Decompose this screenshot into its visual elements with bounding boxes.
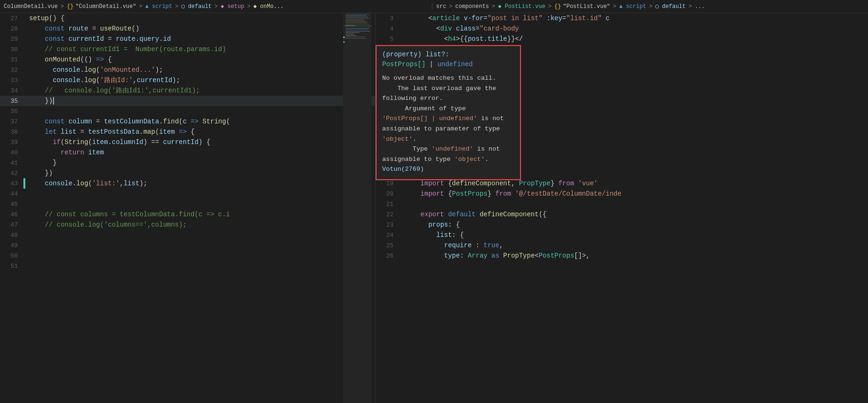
table-row: 38 let list = testPostsData.map(item => …	[0, 127, 375, 137]
svg-rect-3	[346, 18, 370, 19]
table-row: 29 const currentId = route.query.id	[0, 34, 375, 44]
left-code-editor[interactable]: 27 setup() { 28 const route = useRoute()…	[0, 13, 375, 403]
table-row: 22 export default defineComponent({	[376, 209, 868, 220]
table-row: 20 import {PostProps} from '@/testDate/C…	[376, 189, 868, 199]
svg-rect-0	[346, 14, 369, 15]
breadcrumb-bar: ColumnDetail.vue > {} "ColumnDetail.vue"…	[0, 0, 868, 13]
svg-rect-9	[343, 25, 371, 27]
table-row: 48	[0, 230, 375, 240]
table-row: 32 console.log('onMounted...');	[0, 65, 375, 75]
breadcrumb-left: ColumnDetail.vue > {} "ColumnDetail.vue"…	[4, 3, 432, 10]
table-row: 45	[0, 199, 375, 209]
table-row: 31 onMounted(() => {	[0, 54, 375, 65]
tooltip-type: PostProps[]	[382, 61, 425, 68]
svg-rect-13	[346, 32, 360, 33]
table-row: 3 <article v-for="post in list" :key="li…	[376, 13, 868, 23]
table-row: 43 console.log('list:',list);	[0, 178, 375, 189]
tooltip-popup: (property) list?: PostProps[] | undefine…	[376, 45, 521, 180]
table-row: 51	[0, 261, 375, 271]
tooltip-undefined: undefined	[438, 61, 473, 68]
table-row: 25 require : true,	[376, 240, 868, 251]
tooltip-body: No overload matches this call. The last …	[377, 71, 520, 179]
table-row: 5 <h4>{{post.title}}</	[376, 34, 868, 44]
table-row: 33 console.log('路由Id:',currentId);	[0, 75, 375, 85]
svg-rect-1	[346, 15, 367, 16]
table-row: 28 const route = useRoute()	[0, 23, 375, 34]
table-row: 37 const column = testColumnData.find(c …	[0, 116, 375, 127]
table-row: 49	[0, 240, 375, 251]
svg-rect-7	[346, 24, 369, 24]
tooltip-sep: |	[425, 61, 437, 68]
table-row: 47 // console.log('columns==',columns);	[0, 220, 375, 230]
svg-rect-12	[346, 31, 370, 31]
table-row: 24 list: {	[376, 230, 868, 240]
svg-rect-18	[343, 37, 345, 38]
svg-rect-10	[346, 28, 369, 29]
table-row: 27 setup() {	[0, 13, 375, 23]
svg-rect-14	[346, 34, 354, 34]
table-row: 4 <div class="card-body	[376, 23, 868, 34]
table-row: 23 props: {	[376, 220, 868, 230]
bc-file: ColumnDetail.vue	[4, 3, 58, 10]
left-code-lines: 27 setup() { 28 const route = useRoute()…	[0, 13, 375, 271]
svg-rect-5	[346, 21, 366, 22]
svg-rect-6	[346, 23, 367, 23]
table-row: 40 return item	[0, 147, 375, 158]
minimap-svg	[343, 13, 371, 370]
svg-rect-17	[346, 38, 366, 38]
table-row: 39 if(String(item.columnId) == currentId…	[0, 137, 375, 147]
table-row: 21	[376, 199, 868, 209]
table-row: 34 // console.log('路由Id1:',currentId1);	[0, 85, 375, 96]
table-row: 46 // const columns = testColumnData.fin…	[0, 209, 375, 220]
svg-rect-11	[346, 30, 368, 30]
svg-rect-4	[346, 20, 364, 20]
tooltip-property-label: (property) list?:	[382, 51, 449, 58]
svg-rect-2	[346, 17, 368, 17]
left-panel: 27 setup() { 28 const route = useRoute()…	[0, 13, 375, 403]
svg-rect-16	[346, 37, 364, 37]
minimap	[343, 13, 371, 403]
right-panel: (property) list?: PostProps[] | undefine…	[375, 13, 868, 403]
svg-rect-19	[343, 41, 345, 43]
svg-rect-15	[346, 35, 356, 36]
table-row: 44	[0, 189, 375, 199]
breadcrumb-right: src > components > ◆ PostList.vue > {} "…	[432, 3, 864, 10]
table-row: 30 // const currentId1 = Number(route.pa…	[0, 44, 375, 54]
table-row: 41 }	[0, 158, 375, 168]
tooltip-header: (property) list?: PostProps[] | undefine…	[377, 46, 520, 71]
table-row: 35 })	[0, 96, 375, 106]
main-area: 27 setup() { 28 const route = useRoute()…	[0, 13, 868, 403]
table-row: 42 })	[0, 168, 375, 178]
table-row: 26 type: Array as PropType<PostProps[]>,	[376, 251, 868, 261]
table-row: 50	[0, 251, 375, 261]
table-row: 36	[0, 106, 375, 116]
